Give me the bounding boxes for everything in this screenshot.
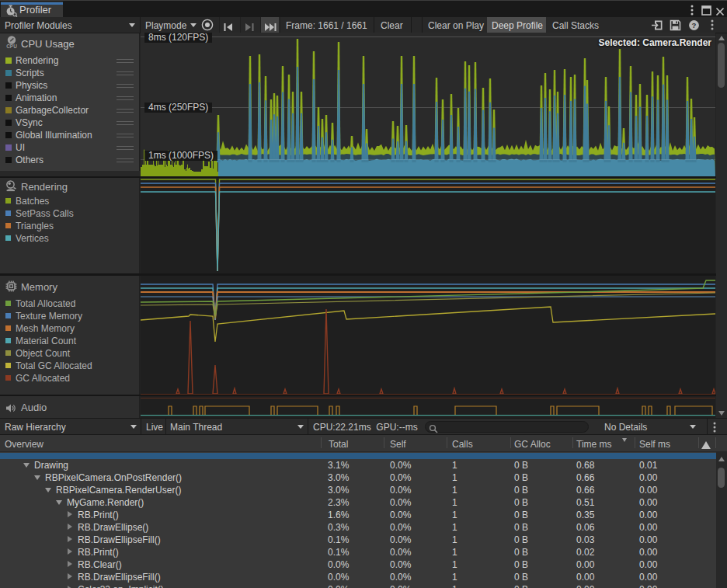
- svg-text:?: ?: [692, 21, 697, 30]
- svg-text:CPU: CPU: [6, 43, 17, 49]
